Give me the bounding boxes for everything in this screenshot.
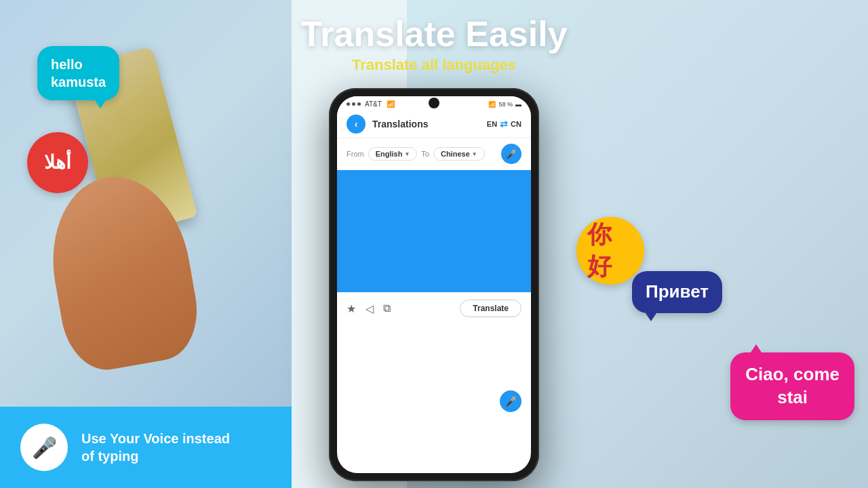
status-carrier: AT&T 📶 xyxy=(347,100,395,108)
phone-notch xyxy=(429,98,439,108)
header: Translate Easily Translate all languages xyxy=(0,0,868,81)
bubble-chinese: 你好 xyxy=(576,217,644,285)
mic-button-small[interactable]: 🎤 xyxy=(501,144,521,164)
main-title: Translate Easily xyxy=(0,15,868,54)
mic-icon-large: 🎤 xyxy=(32,436,57,460)
phone-mockup: AT&T 📶 📶 58 % ▬ ‹ Translations EN ⇄ xyxy=(329,88,539,481)
from-dropdown-arrow: ▼ xyxy=(404,151,410,157)
bubble-italian: Ciao, come stai xyxy=(730,352,854,420)
back-button[interactable]: ‹ xyxy=(347,115,366,134)
translation-input-area[interactable] xyxy=(337,170,531,292)
mic-circle: 🎤 xyxy=(20,424,68,471)
translation-actions: ★ ◁ ⧉ Translate xyxy=(337,292,531,324)
translate-button[interactable]: Translate xyxy=(460,300,521,317)
subtitle: Translate all languages xyxy=(0,56,868,74)
swap-icon[interactable]: ⇄ xyxy=(500,119,508,129)
banner-text: Use Your Voice instead of typing xyxy=(81,430,230,465)
lang-to-code: CN xyxy=(511,120,521,128)
copy-icon[interactable]: ⧉ xyxy=(383,302,391,314)
bottom-banner: 🎤 Use Your Voice instead of typing xyxy=(0,407,292,488)
bubble-hello: hello kamusta xyxy=(37,46,119,100)
language-flags: EN ⇄ CN xyxy=(487,119,521,129)
lang-from-code: EN xyxy=(487,120,497,128)
to-language-dropdown[interactable]: Chinese ▼ xyxy=(433,147,485,161)
mic-button-bottom[interactable]: 🎤 xyxy=(500,390,521,412)
phone-screen: AT&T 📶 📶 58 % ▬ ‹ Translations EN ⇄ xyxy=(337,96,531,473)
mic-icon-small: 🎤 xyxy=(506,149,517,159)
star-icon[interactable]: ★ xyxy=(347,302,356,315)
translation-result-area: 🎤 xyxy=(337,324,531,419)
to-label: To xyxy=(421,150,429,158)
app-bar: ‹ Translations EN ⇄ CN xyxy=(337,110,531,138)
bubble-arabic: أهلا xyxy=(27,132,88,193)
app-title: Translations xyxy=(372,119,487,129)
from-language-dropdown[interactable]: English ▼ xyxy=(368,147,418,161)
phone-outer: AT&T 📶 📶 58 % ▬ ‹ Translations EN ⇄ xyxy=(329,88,539,481)
mic-icon-bottom: 🎤 xyxy=(505,396,517,407)
from-label: From xyxy=(347,150,364,158)
to-dropdown-arrow: ▼ xyxy=(472,151,477,157)
status-battery: 📶 58 % ▬ xyxy=(488,101,521,108)
bubble-russian: Привет xyxy=(632,271,722,313)
language-selector-row: From English ▼ To Chinese ▼ 🎤 xyxy=(337,138,531,170)
share-icon[interactable]: ◁ xyxy=(366,302,374,315)
